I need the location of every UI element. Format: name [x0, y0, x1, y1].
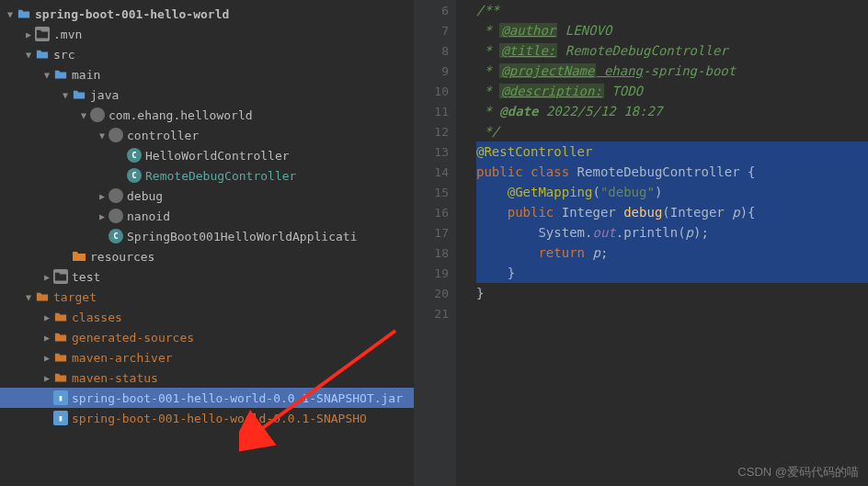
line-number: 9 [414, 61, 456, 81]
line-number: 20 [414, 283, 456, 303]
line-number: 19 [414, 263, 456, 283]
chevron-icon: ▼ [96, 130, 108, 141]
tree-item-label: maven-archiver [72, 351, 173, 365]
line-number: 15 [414, 182, 456, 202]
watermark: CSDN @爱码代码的喵 [737, 464, 859, 480]
line-number: 12 [414, 121, 456, 141]
tree-item[interactable]: ▶generated-sources [0, 327, 414, 347]
chevron-icon: ▶ [96, 211, 108, 221]
tree-item[interactable]: resources [0, 246, 414, 266]
line-number: 11 [414, 101, 456, 121]
tree-item[interactable]: ▼controller [0, 125, 414, 145]
module-icon [17, 6, 31, 21]
code-line: public class RemoteDebugController { [476, 162, 868, 182]
tree-item-label: maven-status [72, 371, 158, 385]
folder-icon [72, 87, 86, 102]
code-line: * @projectName ehang-spring-boot [476, 61, 868, 81]
jar-icon: ▮ [53, 390, 68, 405]
line-number: 13 [414, 141, 456, 162]
line-number: 17 [414, 222, 456, 243]
chevron-icon: ▶ [40, 353, 53, 363]
project-tree[interactable]: ▼ spring-boot-001-hello-world ▶.mvn▼src▼… [0, 0, 414, 486]
line-number: 6 [414, 0, 456, 20]
tree-item[interactable]: CSpringBoot001HelloWorldApplicati [0, 226, 414, 246]
chevron-icon: ▶ [40, 272, 53, 282]
tree-item[interactable]: ▶.mvn [0, 24, 414, 44]
tree-item-label: controller [127, 129, 199, 142]
chevron-icon: ▼ [77, 110, 90, 120]
chevron-icon: ▶ [96, 191, 108, 201]
tree-item[interactable]: ▼src [0, 44, 414, 64]
jar-icon: ▮ [53, 411, 68, 425]
code-editor[interactable]: /** * @author LENOVO * @title: RemoteDeb… [456, 0, 868, 486]
tree-item[interactable]: CHelloWorldController [0, 145, 414, 165]
class-icon: C [127, 168, 142, 183]
code-line: public Integer debug(Integer p){ [476, 202, 868, 222]
tree-item[interactable]: ▶debug [0, 186, 414, 206]
package-icon [108, 128, 123, 142]
code-line [476, 303, 868, 323]
folder-icon [35, 289, 50, 304]
code-line: @RestController [476, 141, 868, 162]
tree-item[interactable]: ▶nanoid [0, 206, 414, 226]
tree-item[interactable]: ▼main [0, 64, 414, 85]
tree-item[interactable]: ▮spring-boot-001-hello-world-0.0.1-SNAPS… [0, 388, 414, 408]
tree-item-label: classes [72, 311, 122, 324]
folder-icon [53, 330, 68, 345]
tree-item-label: debug [127, 189, 163, 203]
line-number: 16 [414, 202, 456, 222]
resources-icon [72, 249, 86, 264]
tree-item[interactable]: ▶maven-archiver [0, 347, 414, 367]
tree-item[interactable]: ▼java [0, 85, 414, 105]
tree-item[interactable]: ▶test [0, 266, 414, 287]
package-icon [108, 188, 123, 203]
folder-icon [35, 27, 50, 41]
tree-item-label: .mvn [53, 28, 82, 41]
tree-item-label: nanoid [127, 209, 170, 223]
line-number: 21 [414, 303, 456, 323]
tree-item-label: java [90, 88, 119, 102]
chevron-icon: ▼ [59, 90, 72, 100]
folder-icon [53, 269, 68, 284]
folder-icon [53, 67, 68, 82]
tree-item[interactable]: ▮spring-boot-001-hello-world-0.0.1-SNAPS… [0, 408, 414, 428]
tree-item-label: spring-boot-001-hello-world-0.0.1-SNAPSH… [72, 412, 367, 425]
code-line: * @title: RemoteDebugController [476, 40, 868, 61]
tree-item-label: main [72, 68, 100, 82]
code-line: } [476, 283, 868, 303]
chevron-icon: ▶ [40, 373, 53, 383]
code-line: /** [476, 0, 868, 20]
class-icon: C [127, 148, 142, 163]
chevron-icon: ▼ [40, 70, 53, 80]
tree-item-label: HelloWorldController [145, 149, 290, 163]
chevron-icon: ▼ [22, 292, 35, 302]
tree-item-label: resources [90, 250, 154, 264]
tree-item-label: SpringBoot001HelloWorldApplicati [127, 230, 357, 243]
tree-item-label: spring-boot-001-hello-world-0.0.1-SNAPSH… [72, 391, 403, 405]
tree-item[interactable]: ▼target [0, 287, 414, 307]
tree-item-label: target [53, 290, 97, 304]
tree-item[interactable]: ▶maven-status [0, 367, 414, 388]
tree-item-label: RemoteDebugController [145, 169, 296, 183]
folder-icon [53, 370, 68, 385]
tree-root-label: spring-boot-001-hello-world [35, 7, 229, 21]
tree-item[interactable]: CRemoteDebugController [0, 165, 414, 186]
line-number: 7 [414, 20, 456, 40]
chevron-down-icon: ▼ [4, 9, 17, 19]
tree-item[interactable]: ▶classes [0, 307, 414, 327]
folder-icon [35, 47, 50, 62]
chevron-icon: ▼ [22, 50, 35, 60]
tree-item-label: generated-sources [72, 331, 194, 345]
tree-item-label: com.ehang.helloworld [108, 108, 253, 122]
folder-icon [53, 350, 68, 365]
line-number: 14 [414, 162, 456, 182]
tree-item[interactable]: ▼com.ehang.helloworld [0, 105, 414, 125]
package-icon [90, 107, 105, 122]
line-number: 18 [414, 243, 456, 263]
tree-root[interactable]: ▼ spring-boot-001-hello-world [0, 4, 414, 24]
line-number: 10 [414, 81, 456, 101]
tree-item-label: src [53, 48, 74, 62]
code-line: * @description: TODO [476, 81, 868, 101]
folder-icon [53, 310, 68, 324]
chevron-icon: ▶ [22, 29, 35, 40]
